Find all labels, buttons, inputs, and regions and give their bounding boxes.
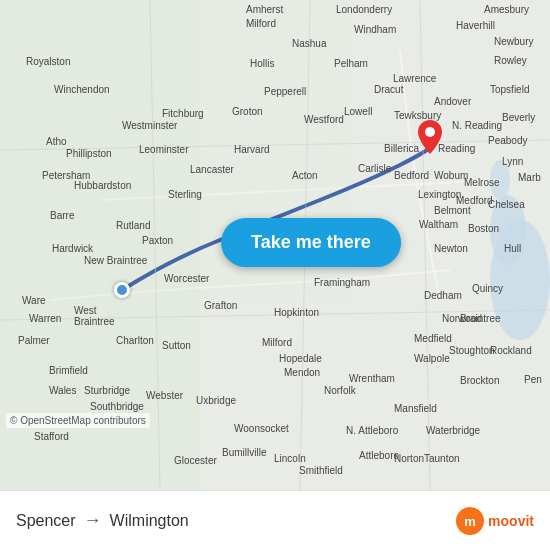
moovit-text: moovit (488, 513, 534, 529)
bottom-bar: Spencer → Wilmington m moovit (0, 490, 550, 550)
origin-label: Spencer (16, 512, 76, 530)
destination-marker (418, 120, 442, 158)
svg-text:m: m (464, 514, 476, 529)
map-container: Amherst Londonderry Amesbury Milford Win… (0, 0, 550, 490)
map-attribution: © OpenStreetMap contributors (6, 413, 150, 428)
arrow-icon: → (84, 510, 102, 531)
origin-marker (114, 282, 130, 298)
svg-point-12 (425, 127, 435, 137)
moovit-logo: m moovit (456, 507, 534, 535)
moovit-bus-icon: m (456, 507, 484, 535)
take-me-there-button[interactable]: Take me there (221, 218, 401, 267)
destination-label: Wilmington (110, 512, 189, 530)
route-info: Spencer → Wilmington (16, 510, 189, 531)
